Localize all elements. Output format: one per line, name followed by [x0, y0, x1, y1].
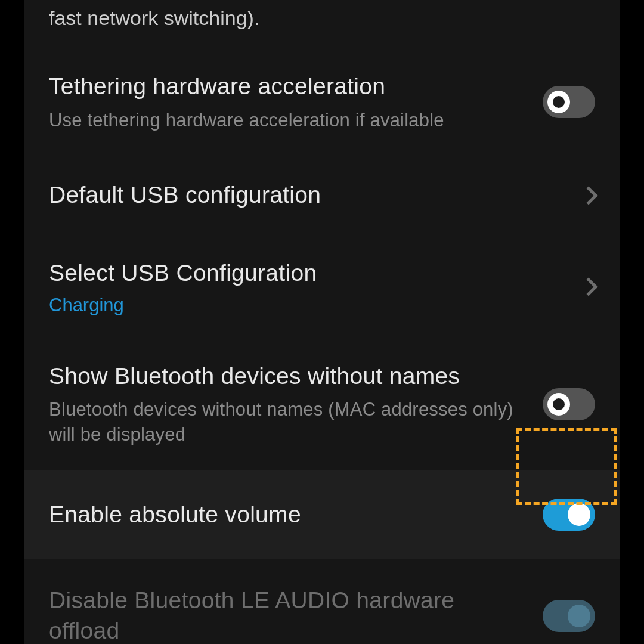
row-value: Charging — [49, 295, 568, 316]
row-tethering-hw-accel[interactable]: Tethering hardware acceleration Use teth… — [24, 49, 620, 156]
toggle-knob — [568, 503, 590, 526]
toggle-show-bt-without-names[interactable] — [543, 388, 595, 420]
row-title: Tethering hardware acceleration — [49, 72, 528, 102]
row-select-usb-config[interactable]: Select USB Configuration Charging — [24, 236, 620, 339]
row-title: Default USB configuration — [49, 180, 568, 210]
chevron-right-icon — [579, 278, 597, 296]
chevron-right-icon — [579, 186, 597, 205]
row-title: Disable Bluetooth LE AUDIO hardware offl… — [49, 586, 528, 644]
row-mobile-data-partial[interactable]: fast network switching). — [24, 0, 620, 49]
row-title: Select USB Configuration — [49, 258, 568, 289]
row-disable-bt-le-audio-offload: Disable Bluetooth LE AUDIO hardware offl… — [24, 559, 620, 644]
row-subtitle: fast network switching). — [49, 5, 528, 32]
row-default-usb-config[interactable]: Default USB configuration — [24, 155, 620, 236]
toggle-knob — [547, 91, 570, 113]
settings-panel: fast network switching). Tethering hardw… — [24, 0, 620, 644]
row-title: Enable absolute volume — [49, 500, 528, 530]
row-show-bt-without-names[interactable]: Show Bluetooth devices without names Blu… — [24, 339, 620, 470]
toggle-knob — [547, 393, 570, 416]
row-subtitle: Bluetooth devices without names (MAC add… — [49, 397, 528, 447]
toggle-tethering-hw-accel[interactable] — [543, 86, 595, 118]
row-enable-absolute-volume[interactable]: Enable absolute volume — [24, 470, 620, 559]
toggle-knob — [568, 605, 590, 627]
toggle-enable-absolute-volume[interactable] — [543, 499, 595, 531]
toggle-disable-bt-le-audio-offload — [543, 600, 595, 632]
row-title: Show Bluetooth devices without names — [49, 361, 528, 392]
row-subtitle: Use tethering hardware acceleration if a… — [49, 108, 528, 133]
